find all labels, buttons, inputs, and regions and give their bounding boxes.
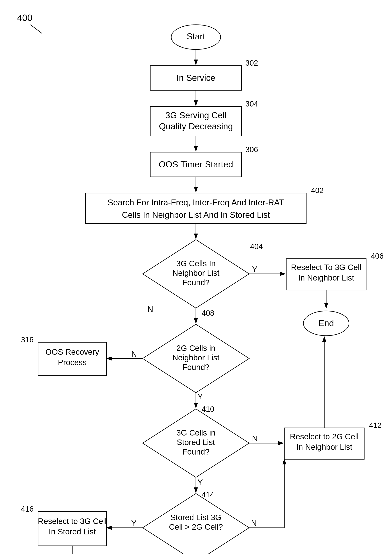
label-316b: Process — [58, 358, 87, 367]
ref-304: 304 — [245, 100, 258, 108]
ref-404: 404 — [250, 242, 263, 251]
label-416a: Reselect to 3G Cell — [38, 517, 107, 526]
label-414-n: N — [251, 519, 257, 527]
label-406a: Reselect To 3G Cell — [291, 263, 361, 272]
label-410b: Stored List — [177, 438, 215, 447]
label-408a: 2G Cells in — [176, 344, 215, 353]
label-402b: Cells In Neighbor List And In Stored Lis… — [122, 210, 270, 220]
ref-406: 406 — [371, 252, 384, 260]
ref-408-label: 408 — [202, 309, 214, 317]
label-404b: Neighbor List — [172, 269, 219, 277]
label-412b: In Neighbor List — [296, 443, 352, 451]
label-406b: In Neighbor List — [298, 273, 354, 282]
label-410a: 3G Cells in — [176, 428, 215, 437]
label-402a: Search For Intra-Freq, Inter-Freq And In… — [108, 198, 284, 207]
label-408-y: Y — [197, 392, 203, 401]
label-404-n: N — [147, 305, 153, 314]
ref-316: 316 — [21, 335, 34, 344]
ref-306: 306 — [245, 145, 258, 154]
label-408c: Found? — [182, 363, 210, 372]
label-414b: Cell > 2G Cell? — [169, 522, 223, 531]
label-404c: Found? — [182, 278, 210, 287]
label-410c: Found? — [182, 447, 210, 456]
label-408-n: N — [131, 349, 137, 358]
label-414-y: Y — [131, 519, 137, 527]
end-label-1: End — [318, 318, 334, 328]
label-404-y: Y — [252, 265, 257, 274]
figure-number: 400 — [17, 13, 32, 23]
ref-412: 412 — [369, 421, 382, 429]
label-304a: 3G Serving Cell — [165, 110, 226, 120]
ref-302: 302 — [245, 59, 258, 67]
label-404a: 3G Cells In — [176, 259, 216, 268]
ref-414-label: 414 — [202, 491, 214, 499]
label-304b: Quality Decreasing — [159, 121, 233, 131]
label-316a: OOS Recovery — [45, 347, 99, 356]
label-416b: In Stored List — [49, 527, 96, 536]
label-306: OOS Timer Started — [159, 159, 233, 169]
label-408b: Neighbor List — [172, 353, 219, 362]
label-410-n: N — [252, 434, 258, 443]
label-412a: Reselect to 2G Cell — [290, 432, 359, 441]
label-410-y: Y — [197, 478, 203, 487]
ref-402: 402 — [311, 186, 324, 194]
ref-416: 416 — [21, 505, 34, 513]
svg-line-1 — [30, 25, 42, 33]
label-414a: Stored List 3G — [170, 513, 221, 522]
ref-410-label: 410 — [202, 405, 214, 413]
start-label: Start — [187, 31, 205, 41]
diagram-container: 400 Start In Service 302 3G Serving Cell… — [0, 0, 392, 554]
label-302: In Service — [176, 73, 216, 83]
